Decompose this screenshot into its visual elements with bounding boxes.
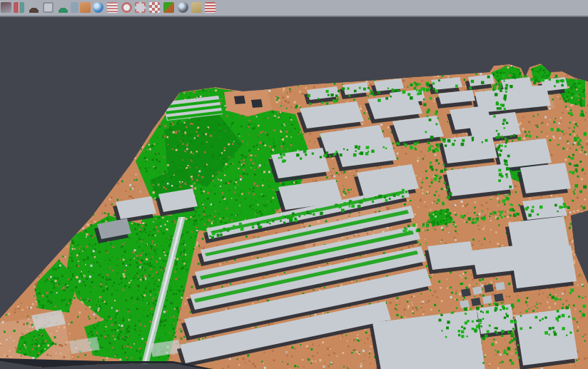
flag-icon[interactable]: [205, 2, 216, 13]
swap-views-icon[interactable]: [191, 2, 202, 13]
classification-icon[interactable]: [163, 2, 174, 13]
target-circle-icon[interactable]: [121, 2, 132, 13]
point-cloud-icon[interactable]: [43, 2, 54, 13]
terrain-brown-icon[interactable]: [29, 2, 39, 13]
terrain-green-icon[interactable]: [58, 2, 69, 13]
ortho-image-icon[interactable]: [80, 2, 91, 13]
render-sphere-icon[interactable]: [178, 2, 188, 13]
globe-icon[interactable]: [93, 2, 103, 13]
side-panel-icon[interactable]: [71, 2, 78, 13]
toolbar: [0, 0, 588, 17]
3d-viewport[interactable]: [0, 16, 588, 369]
open-project-icon[interactable]: [1, 2, 11, 13]
app-window: [0, 0, 588, 369]
import-cloud-icon[interactable]: [14, 2, 24, 13]
point-cloud-scene[interactable]: [0, 1, 588, 369]
selection-box-icon[interactable]: [135, 2, 146, 13]
layers-icon[interactable]: [107, 2, 118, 13]
clip-box-icon[interactable]: [149, 2, 160, 13]
